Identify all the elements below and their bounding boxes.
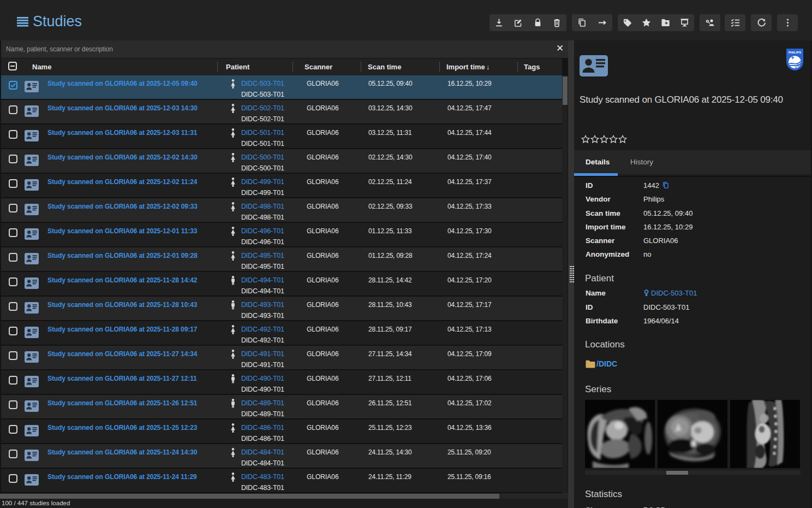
svg-text:PHILIPS: PHILIPS <box>789 51 802 54</box>
